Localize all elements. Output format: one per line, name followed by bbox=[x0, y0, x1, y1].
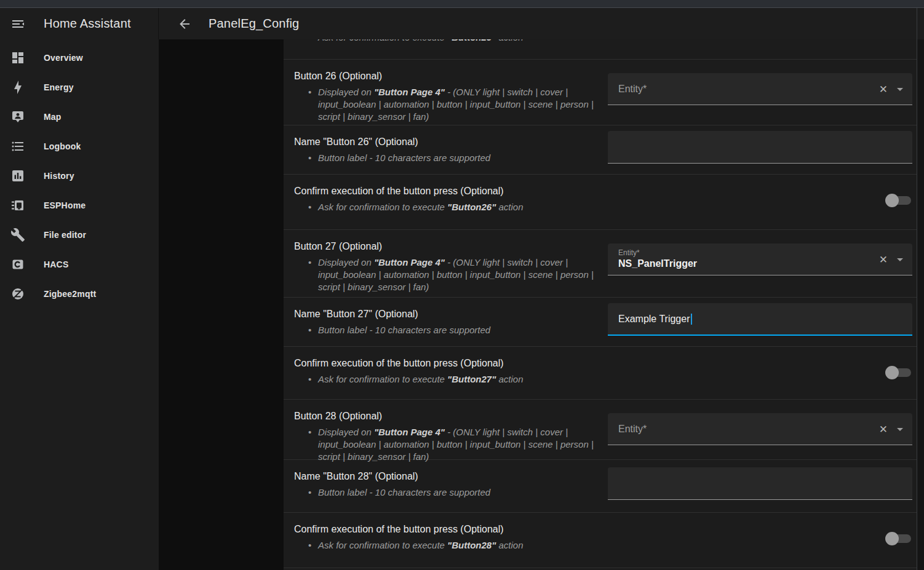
name-input-button-28[interactable] bbox=[608, 467, 912, 500]
row-heading: Button 26 (Optional) bbox=[294, 70, 599, 82]
bulleted-list-icon bbox=[10, 139, 25, 154]
toggle-knob bbox=[885, 194, 899, 207]
row-description: Button label - 10 characters are support… bbox=[308, 324, 599, 336]
sidebar-item-history[interactable]: History bbox=[0, 161, 159, 191]
sidebar-item-logbook[interactable]: Logbook bbox=[0, 132, 159, 161]
form-row-button-28: Button 28 (Optional) Displayed on "Butto… bbox=[284, 400, 917, 460]
form-row-name-28: Name "Button 28" (Optional) Button label… bbox=[284, 460, 917, 513]
row-heading: Confirm execution of the button press (O… bbox=[294, 523, 599, 535]
row-description: Button label - 10 characters are support… bbox=[308, 152, 599, 164]
entity-placeholder: Entity* bbox=[618, 413, 647, 445]
row-description: Ask for confirmation to execute "Button2… bbox=[308, 201, 599, 213]
row-heading: Name "Button 26" (Optional) bbox=[294, 136, 599, 148]
form-row-clipped: Ask for confirmation to execute "Button2… bbox=[284, 39, 917, 60]
window-top-strip bbox=[0, 0, 924, 8]
sidebar-item-map[interactable]: Map bbox=[0, 102, 159, 132]
dropdown-arrow-icon[interactable] bbox=[897, 428, 903, 431]
name-input-button-27[interactable]: Example Trigger bbox=[608, 303, 912, 336]
sidebar-item-hacs[interactable]: HACS bbox=[0, 250, 159, 279]
form-row-confirm-26: Confirm execution of the button press (O… bbox=[284, 175, 917, 230]
form-row-name-27: Name "Button 27" (Optional) Button label… bbox=[284, 298, 917, 347]
entity-value: NS_PanelTrigger bbox=[618, 258, 697, 269]
sidebar-item-overview[interactable]: Overview bbox=[0, 43, 159, 73]
chip-icon bbox=[10, 198, 25, 213]
bar-chart-icon bbox=[10, 168, 25, 183]
form-row-confirm-28: Confirm execution of the button press (O… bbox=[284, 513, 917, 568]
row-heading: Button 28 (Optional) bbox=[294, 410, 599, 422]
hacs-icon bbox=[10, 257, 25, 272]
entity-select-button-26[interactable]: Entity* ✕ bbox=[608, 73, 912, 105]
entity-float-label: Entity* bbox=[618, 248, 640, 257]
clear-icon[interactable]: ✕ bbox=[879, 253, 888, 266]
sidebar: Overview Energy Map Logbook History bbox=[0, 39, 159, 570]
confirm-toggle-button-28[interactable] bbox=[885, 531, 912, 546]
dashboard-icon bbox=[10, 50, 25, 65]
row-heading: Confirm execution of the button press (O… bbox=[294, 357, 599, 369]
form-row-button-27: Button 27 (Optional) Displayed on "Butto… bbox=[284, 230, 917, 298]
row-heading: Button 27 (Optional) bbox=[294, 240, 599, 252]
row-description: Displayed on "Button Page 4" - (ONLY lig… bbox=[308, 256, 599, 293]
scrollbar-gutter[interactable] bbox=[917, 39, 924, 570]
row-description: Button label - 10 characters are support… bbox=[308, 486, 599, 499]
confirm-toggle-button-27[interactable] bbox=[885, 365, 912, 380]
toggle-knob bbox=[885, 532, 899, 545]
dropdown-arrow-icon[interactable] bbox=[897, 88, 903, 91]
row-heading: Name "Button 28" (Optional) bbox=[294, 470, 599, 482]
config-form: Ask for confirmation to execute "Button2… bbox=[284, 39, 917, 570]
text-cursor bbox=[691, 314, 692, 325]
name-input-button-26[interactable] bbox=[608, 131, 912, 164]
entity-select-button-28[interactable]: Entity* ✕ bbox=[608, 413, 912, 445]
app-header: Home Assistant PanelEg_Config bbox=[0, 8, 924, 39]
row-description: Displayed on "Button Page 4" - (ONLY lig… bbox=[308, 426, 599, 463]
clear-icon[interactable]: ✕ bbox=[879, 422, 888, 435]
zigbee-icon bbox=[10, 287, 25, 301]
sidebar-item-zigbee2mqtt[interactable]: Zigbee2mqtt bbox=[0, 279, 159, 309]
arrow-left-icon[interactable] bbox=[177, 17, 192, 31]
page-header: PanelEg_Config bbox=[159, 8, 924, 39]
dropdown-arrow-icon[interactable] bbox=[897, 258, 903, 261]
toggle-knob bbox=[885, 366, 899, 379]
row-description: Ask for confirmation to execute "Button2… bbox=[308, 373, 599, 386]
person-map-icon bbox=[10, 109, 25, 124]
lightning-bolt-icon bbox=[10, 80, 25, 95]
row-description: Displayed on "Button Page 4" - (ONLY lig… bbox=[308, 86, 599, 123]
form-row-button-26: Button 26 (Optional) Displayed on "Butto… bbox=[284, 60, 917, 125]
form-row-confirm-27: Confirm execution of the button press (O… bbox=[284, 347, 917, 400]
sidebar-item-esphome[interactable]: ESPHome bbox=[0, 191, 159, 220]
app-title: Home Assistant bbox=[44, 17, 131, 31]
entity-select-button-27[interactable]: Entity* NS_PanelTrigger ✕ bbox=[608, 243, 912, 275]
sidebar-header: Home Assistant bbox=[0, 8, 159, 39]
sidebar-item-file-editor[interactable]: File editor bbox=[0, 220, 159, 250]
row-description: Ask for confirmation to execute "Button2… bbox=[308, 39, 908, 44]
row-heading: Confirm execution of the button press (O… bbox=[294, 185, 599, 197]
confirm-toggle-button-26[interactable] bbox=[885, 193, 912, 208]
wrench-icon bbox=[10, 228, 25, 242]
row-heading: Name "Button 27" (Optional) bbox=[294, 308, 599, 320]
clear-icon[interactable]: ✕ bbox=[879, 82, 888, 95]
form-row-name-26: Name "Button 26" (Optional) Button label… bbox=[284, 125, 917, 175]
row-description: Ask for confirmation to execute "Button2… bbox=[308, 539, 599, 552]
entity-placeholder: Entity* bbox=[618, 73, 647, 105]
menu-open-icon[interactable] bbox=[10, 17, 25, 31]
page-title: PanelEg_Config bbox=[209, 17, 299, 31]
sidebar-item-energy[interactable]: Energy bbox=[0, 73, 159, 102]
